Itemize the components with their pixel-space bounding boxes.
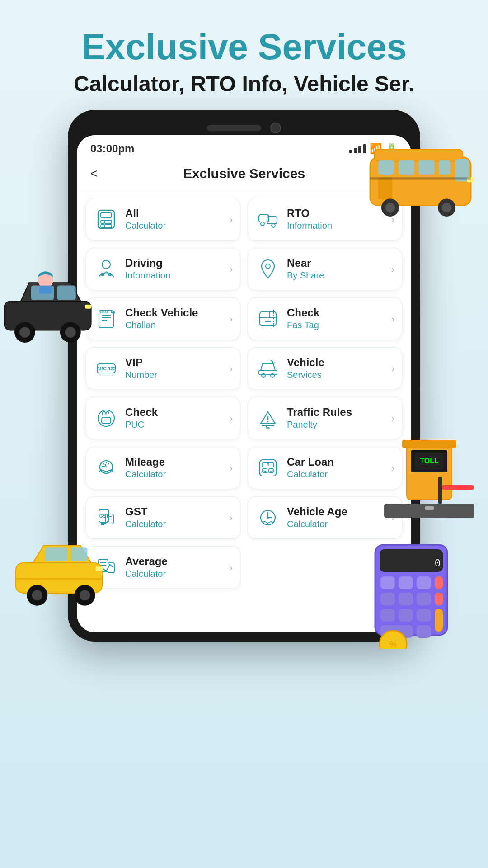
menu-subtitle-average: Calculator — [125, 568, 223, 580]
menu-subtitle-all: Calculator — [125, 220, 223, 231]
vip-icon: ABC-123 — [94, 356, 119, 381]
svg-rect-7 — [378, 177, 392, 199]
menu-subtitle-mileage: Calculator — [125, 468, 223, 480]
svg-point-9 — [385, 203, 395, 212]
svg-rect-48 — [435, 576, 443, 589]
svg-rect-23 — [39, 286, 52, 294]
menu-item-nearby[interactable]: Near By Share › — [248, 248, 402, 290]
mileage-icon — [94, 455, 119, 481]
app-header: < Exclusive Services — [77, 159, 411, 189]
vehicleage-icon — [255, 505, 281, 530]
calculator-icon — [94, 207, 119, 232]
svg-rect-54 — [399, 609, 413, 622]
menu-item-fastag[interactable]: Check Fas Tag › — [248, 297, 402, 340]
arrow-icon: › — [230, 264, 233, 274]
menu-item-mileage[interactable]: Mileage Calculator › — [86, 447, 240, 489]
svg-point-18 — [19, 327, 30, 338]
fastag-icon — [255, 306, 281, 331]
svg-rect-58 — [417, 625, 431, 638]
menu-title-carloan: Car Loan — [287, 456, 385, 469]
svg-rect-29 — [438, 477, 442, 504]
svg-rect-53 — [380, 609, 395, 622]
bus-decoration — [366, 137, 479, 220]
menu-title-all: All — [125, 207, 223, 220]
svg-text:CHALLAN: CHALLAN — [100, 311, 115, 314]
svg-rect-21 — [85, 305, 91, 309]
gst-icon: GST — [94, 505, 119, 530]
phone-speaker — [207, 125, 261, 131]
svg-rect-5 — [418, 160, 435, 175]
svg-rect-46 — [399, 576, 413, 589]
menu-item-challan[interactable]: CHALLAN Check Vehicle Challan › — [86, 297, 240, 340]
menu-title-vehicleage: Vehicle Age — [287, 505, 385, 519]
arrow-icon: › — [230, 513, 233, 523]
phone-screen: 03:00pm 📶 🔋 < Excl — [77, 135, 411, 632]
svg-point-72 — [272, 224, 275, 227]
menu-subtitle-traffic: Panelty — [287, 419, 385, 430]
svg-rect-34 — [45, 547, 68, 561]
menu-subtitle-vehicle-services: Services — [287, 369, 385, 381]
svg-rect-64 — [101, 220, 104, 223]
page-header: Exclusive Services Calculator, RTO Info,… — [0, 0, 488, 110]
svg-rect-51 — [417, 593, 431, 605]
svg-rect-88 — [259, 370, 277, 375]
svg-text:0: 0 — [435, 557, 441, 569]
menu-title-driving: Driving — [125, 257, 223, 270]
svg-rect-63 — [101, 213, 112, 217]
svg-text:%: % — [389, 640, 397, 649]
svg-rect-55 — [417, 609, 431, 622]
svg-rect-4 — [398, 160, 414, 175]
svg-rect-16 — [57, 286, 76, 300]
svg-rect-13 — [370, 177, 471, 179]
svg-rect-45 — [380, 576, 395, 589]
svg-rect-67 — [101, 225, 104, 228]
svg-rect-40 — [96, 566, 103, 571]
svg-rect-65 — [104, 220, 108, 223]
svg-point-11 — [442, 203, 451, 212]
menu-item-driving[interactable]: Driving Information › — [86, 248, 240, 290]
menu-item-vehicleage[interactable]: Vehicle Age Calculator › — [248, 496, 402, 539]
menu-subtitle-carloan: Calculator — [287, 468, 385, 480]
svg-rect-28 — [402, 440, 456, 448]
menu-title-challan: Check Vehicle — [125, 307, 223, 320]
arrow-icon: › — [391, 363, 394, 374]
svg-rect-66 — [108, 220, 112, 223]
svg-rect-35 — [71, 547, 87, 561]
menu-item-carloan[interactable]: ₹ Car Loan Calculator › — [248, 447, 402, 489]
menu-subtitle-vehicleage: Calculator — [287, 518, 385, 530]
svg-point-39 — [80, 590, 90, 600]
svg-rect-6 — [439, 160, 451, 175]
menu-item-all-calculator[interactable]: All Calculator › — [86, 198, 240, 241]
svg-text:₹: ₹ — [267, 463, 270, 467]
back-button[interactable]: < — [90, 166, 98, 181]
svg-point-37 — [32, 590, 42, 600]
menu-grid: All Calculator › — [77, 189, 411, 598]
svg-point-71 — [261, 222, 264, 226]
svg-rect-3 — [378, 160, 394, 175]
menu-item-vip[interactable]: ABC-123 VIP Number › — [86, 347, 240, 390]
svg-rect-56 — [435, 609, 443, 632]
arrow-icon: › — [230, 562, 233, 573]
menu-title-average: Average — [125, 555, 223, 568]
yellow-car-decoration — [9, 530, 113, 610]
menu-item-puc[interactable]: Check PUC › — [86, 397, 240, 439]
menu-item-vehicle-services[interactable]: Vehicle Services › — [248, 347, 402, 390]
arrow-icon: › — [230, 413, 233, 424]
car-decoration — [0, 268, 99, 344]
menu-subtitle-driving: Information — [125, 269, 223, 281]
menu-subtitle-fastag: Fas Tag — [287, 319, 385, 331]
svg-rect-49 — [380, 593, 395, 605]
carloan-icon: ₹ — [255, 455, 281, 481]
menu-title-vehicle-services: Vehicle — [287, 356, 385, 369]
svg-rect-31 — [384, 504, 474, 518]
page-main-title: Exclusive Services — [18, 27, 470, 67]
signal-icon — [349, 144, 366, 153]
svg-rect-1 — [374, 149, 463, 161]
menu-item-traffic[interactable]: Traffic Rules Panelty › — [248, 397, 402, 439]
svg-point-111 — [267, 517, 269, 519]
menu-title-mileage: Mileage — [125, 456, 223, 469]
svg-rect-30 — [442, 485, 474, 490]
svg-point-76 — [266, 264, 270, 269]
app-title: Exclusive Services — [183, 166, 305, 181]
menu-subtitle-nearby: By Share — [287, 269, 385, 281]
